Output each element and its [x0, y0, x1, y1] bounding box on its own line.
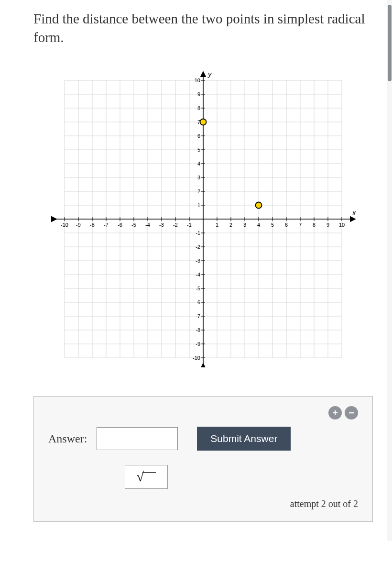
x-tick: 1 — [216, 222, 218, 228]
y-tick: -3 — [196, 258, 200, 264]
x-tick: -1 — [187, 222, 192, 228]
x-tick: -8 — [90, 222, 95, 228]
plotted-point — [256, 202, 262, 209]
answer-label: Answer: — [48, 432, 87, 445]
attempt-counter: attempt 2 out of 2 — [48, 498, 358, 509]
x-tick: 4 — [257, 222, 260, 228]
scrollbar[interactable] — [387, 0, 392, 541]
x-tick: 5 — [271, 222, 274, 228]
y-tick: -8 — [196, 327, 200, 333]
coordinate-graph: -10 -9 -8 -7 -6 -5 -4 -3 -2 -1 1 2 3 4 5… — [50, 71, 356, 367]
y-tick: 5 — [197, 147, 200, 153]
x-tick: -3 — [159, 222, 164, 228]
x-tick: -9 — [76, 222, 81, 228]
x-tick: -5 — [131, 222, 136, 228]
y-tick: 1 — [197, 202, 200, 208]
x-tick: -7 — [104, 222, 109, 228]
y-tick: -2 — [196, 244, 200, 250]
x-tick: -10 — [61, 222, 68, 228]
y-tick: 10 — [195, 77, 200, 83]
y-tick: 9 — [197, 91, 200, 97]
question-text: Find the distance between the two points… — [33, 10, 373, 47]
x-tick: -6 — [118, 222, 122, 228]
x-tick: 3 — [243, 222, 246, 228]
y-axis-label: y — [207, 71, 212, 78]
submit-answer-button[interactable]: Submit Answer — [197, 427, 291, 451]
y-tick: 3 — [197, 175, 200, 180]
y-tick: -9 — [196, 341, 200, 347]
y-tick: 6 — [197, 133, 200, 139]
plotted-point — [200, 119, 207, 125]
x-tick: -2 — [173, 222, 178, 228]
x-tick: 10 — [339, 222, 345, 228]
y-tick: -4 — [196, 272, 200, 277]
sqrt-icon: √ — [137, 469, 156, 485]
x-tick: -4 — [145, 222, 150, 228]
y-tick: -1 — [196, 230, 200, 236]
y-tick: 8 — [197, 105, 200, 111]
graph-container: -10 -9 -8 -7 -6 -5 -4 -3 -2 -1 1 2 3 4 5… — [33, 71, 373, 367]
x-tick: 9 — [327, 222, 329, 228]
answer-panel: + − Answer: Submit Answer √ attempt 2 ou… — [33, 396, 373, 522]
x-tick: 2 — [229, 222, 232, 228]
y-tick: -5 — [196, 286, 200, 291]
plus-icon: + — [332, 408, 338, 419]
scrollbar-thumb[interactable] — [388, 5, 392, 81]
minus-icon: − — [348, 408, 354, 419]
x-tick: 6 — [285, 222, 288, 228]
x-tick: 7 — [299, 222, 302, 228]
y-tick: 4 — [197, 161, 200, 166]
y-tick: -10 — [193, 355, 200, 361]
y-tick: 2 — [197, 188, 200, 194]
x-axis-label: x — [352, 209, 356, 217]
add-button[interactable]: + — [328, 406, 342, 419]
y-tick: -7 — [196, 313, 200, 319]
y-tick: -6 — [196, 299, 200, 305]
sqrt-button[interactable]: √ — [125, 465, 168, 489]
x-tick: 8 — [313, 222, 316, 228]
answer-input[interactable] — [97, 427, 178, 450]
remove-button[interactable]: − — [345, 406, 358, 419]
